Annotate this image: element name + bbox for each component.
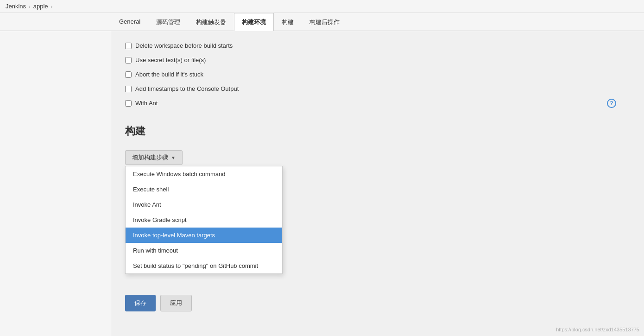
add-build-step-button[interactable]: 增加构建步骤 ▼ [125, 150, 183, 165]
bottom-buttons: 保存 应用 [125, 295, 630, 311]
add-build-step-label: 增加构建步骤 [132, 153, 168, 162]
dropdown-menu: Execute Windows batch command Execute sh… [125, 166, 283, 274]
breadcrumb-chevron-2: › [51, 4, 53, 9]
breadcrumb-apple[interactable]: apple [33, 3, 48, 10]
checkbox-item-2: Use secret text(s) or file(s) [125, 53, 206, 67]
checkbox-secret-text[interactable] [125, 57, 132, 63]
checkbox-item-1: Delete workspace before build starts [125, 38, 233, 53]
checkbox-row-2: Use secret text(s) or file(s) [125, 53, 630, 67]
watermark: https://blog.csdn.net/zxd1435513775 [556, 327, 639, 332]
sidebar [0, 31, 111, 336]
checkbox-abort-stuck[interactable] [125, 71, 132, 78]
dropdown-item-windows-batch[interactable]: Execute Windows batch command [126, 166, 282, 182]
tab-build-env[interactable]: 构建环境 [234, 13, 274, 31]
tab-triggers[interactable]: 构建触发器 [188, 13, 234, 31]
tab-source[interactable]: 源码管理 [148, 13, 188, 31]
help-icon-with-ant[interactable]: ? [607, 99, 616, 108]
dropdown-item-invoke-maven[interactable]: Invoke top-level Maven targets [126, 228, 282, 243]
checkbox-label-2: Use secret text(s) or file(s) [135, 57, 206, 63]
checkbox-item-5: With Ant [125, 96, 158, 110]
checkbox-row-1: Delete workspace before build starts [125, 38, 630, 53]
checkboxes-section: Delete workspace before build starts Use… [125, 38, 630, 110]
checkbox-row-4: Add timestamps to the Console Output [125, 82, 630, 96]
breadcrumb-bar: Jenkins › apple › [0, 0, 644, 13]
dropdown-item-run-timeout[interactable]: Run with timeout [126, 243, 282, 258]
dropdown-item-invoke-gradle[interactable]: Invoke Gradle script [126, 212, 282, 228]
checkbox-row-3: Abort the build if it's stuck [125, 67, 630, 82]
build-section: 构建 增加构建步骤 ▼ Execute Windows batch comman… [125, 124, 630, 165]
dropdown-item-invoke-ant[interactable]: Invoke Ant [126, 197, 282, 212]
checkbox-label-5: With Ant [135, 100, 158, 107]
checkbox-label-3: Abort the build if it's stuck [135, 71, 203, 78]
tab-general[interactable]: General [111, 13, 148, 31]
dropdown-arrow-icon: ▼ [171, 155, 176, 160]
tab-post-build[interactable]: 构建后操作 [302, 13, 347, 31]
dropdown-item-execute-shell[interactable]: Execute shell [126, 182, 282, 197]
layout: Delete workspace before build starts Use… [0, 31, 644, 336]
checkbox-delete-workspace[interactable] [125, 43, 132, 49]
checkbox-label-1: Delete workspace before build starts [135, 42, 233, 49]
checkbox-item-4: Add timestamps to the Console Output [125, 82, 239, 96]
breadcrumb-jenkins[interactable]: Jenkins [6, 3, 26, 10]
section-title-build: 构建 [125, 124, 630, 141]
dropdown-item-github-status[interactable]: Set build status to "pending" on GitHub … [126, 258, 282, 273]
tab-build[interactable]: 构建 [274, 13, 302, 31]
checkbox-with-ant[interactable] [125, 100, 132, 107]
checkbox-label-4: Add timestamps to the Console Output [135, 85, 239, 92]
checkbox-item-3: Abort the build if it's stuck [125, 67, 203, 82]
add-build-step-container: 增加构建步骤 ▼ Execute Windows batch command E… [125, 150, 183, 165]
checkbox-timestamps[interactable] [125, 86, 132, 92]
checkbox-row-5: With Ant ? [125, 96, 630, 110]
tabs-bar: General 源码管理 构建触发器 构建环境 构建 构建后操作 [0, 13, 644, 31]
breadcrumb-chevron-1: › [29, 4, 31, 9]
main-area: Delete workspace before build starts Use… [111, 31, 644, 336]
apply-button[interactable]: 应用 [160, 295, 192, 311]
save-button[interactable]: 保存 [125, 295, 156, 311]
